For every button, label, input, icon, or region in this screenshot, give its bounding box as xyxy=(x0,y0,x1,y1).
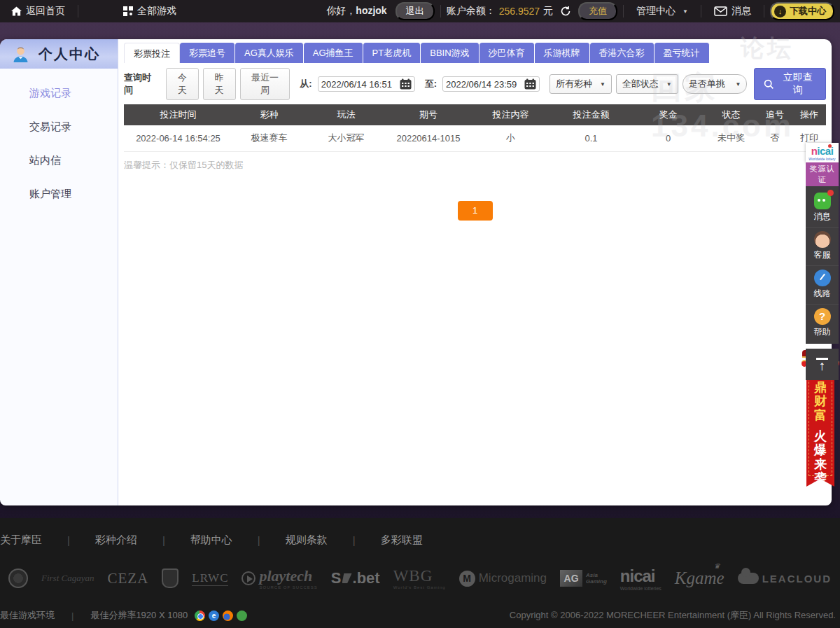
sidebar-item-transaction-records[interactable]: 交易记录 xyxy=(0,120,118,154)
playtech-logo: playtechSOURCE OF SUCCESS xyxy=(241,567,317,589)
home-link[interactable]: 返回首页 xyxy=(4,5,72,18)
home-label: 返回首页 xyxy=(26,5,65,18)
col-content: 投注内容 xyxy=(470,104,551,125)
last-week-button[interactable]: 最近一周 xyxy=(240,68,290,100)
logout-button[interactable]: 退出 xyxy=(396,2,435,20)
divider: | xyxy=(162,534,165,546)
messages-link[interactable]: 消息 xyxy=(707,5,758,18)
footer-link-help-center[interactable]: 帮助中心 xyxy=(190,533,232,547)
yesterday-button[interactable]: 昨天 xyxy=(203,68,236,100)
first-cagayan-logo: First Cagayan xyxy=(41,573,94,584)
greeting-text: 你好，hozjok xyxy=(326,5,386,18)
status-select[interactable]: 全部状态 ▼ xyxy=(616,74,678,94)
footer-link-alliance[interactable]: 多彩联盟 xyxy=(381,533,423,547)
cell-chase: 否 xyxy=(757,125,792,151)
quick-panel: 消息 客服 线路 ? 帮助 xyxy=(806,186,839,344)
seal-logo xyxy=(8,568,28,588)
sidebar: 个人中心 游戏记录 交易记录 站内信 账户管理 xyxy=(0,39,118,505)
chat-icon xyxy=(814,193,831,209)
query-bar: 查询时间 今天 昨天 最近一周 从: 至: 所有彩种 ▼ xyxy=(124,68,826,100)
record-tabs: 彩票投注 彩票追号 AG真人娱乐 AG捕鱼王 PT老虎机 BBIN游戏 沙巴体育… xyxy=(124,43,832,63)
footer-link-rules[interactable]: 规则条款 xyxy=(286,533,328,547)
to-date-input[interactable] xyxy=(446,79,522,90)
chevron-down-icon: ▼ xyxy=(735,81,741,88)
ie-icon: e xyxy=(209,610,219,621)
sidebar-item-site-mail[interactable]: 站内信 xyxy=(0,154,118,188)
resolution-text: 最佳分辨率1920 X 1080 xyxy=(90,609,188,622)
table-header-row: 投注时间 彩种 玩法 期号 投注内容 投注金额 奖金 状态 追号 操作 xyxy=(124,104,826,125)
chevron-down-icon: ▼ xyxy=(682,8,688,15)
topbar: 返回首页 全部游戏 你好，hozjok 退出 账户余额： 256.9527 元 … xyxy=(0,0,840,22)
sidebar-item-account-management[interactable]: 账户管理 xyxy=(0,188,118,221)
kgame-logo: ♛ Kgame xyxy=(675,568,724,588)
crown-icon: ♛ xyxy=(714,562,720,570)
page-1-button[interactable]: 1 xyxy=(458,201,493,221)
tab-leyou-chess[interactable]: 乐游棋牌 xyxy=(535,43,590,63)
single-pick-select[interactable]: 是否单挑 ▼ xyxy=(682,74,748,94)
cell-bet-time: 2022-06-14 16:54:25 xyxy=(124,125,232,151)
tab-lottery-bets[interactable]: 彩票投注 xyxy=(124,43,180,63)
col-action: 操作 xyxy=(792,104,826,125)
footer-link-about[interactable]: 关于摩臣 xyxy=(0,533,42,547)
calendar-icon[interactable] xyxy=(400,78,412,90)
cell-status: 未中奖 xyxy=(705,125,757,151)
from-label: 从: xyxy=(300,78,312,90)
all-games-link[interactable]: 全部游戏 xyxy=(116,5,183,18)
tab-saba-sports[interactable]: 沙巴体育 xyxy=(479,43,535,63)
admin-center-menu[interactable]: 管理中心 ▼ xyxy=(629,5,695,18)
admin-center-label: 管理中心 xyxy=(636,5,676,18)
tab-lottery-chase[interactable]: 彩票追号 xyxy=(180,43,235,63)
sidebar-item-game-records[interactable]: 游戏记录 xyxy=(0,87,118,120)
search-button[interactable]: 立即查询 xyxy=(754,68,826,100)
tab-pt-slots[interactable]: PT老虎机 xyxy=(363,43,421,63)
prize-certification-badge: 奖源认证 xyxy=(806,162,839,186)
messages-widget[interactable]: 消息 xyxy=(806,189,839,228)
cell-amount: 0.1 xyxy=(551,125,631,151)
home-icon xyxy=(11,6,22,16)
back-to-top-button[interactable]: ↑ xyxy=(806,349,839,380)
footer-link-lottery-intro[interactable]: 彩种介绍 xyxy=(95,533,137,547)
tab-profit-stats[interactable]: 盈亏统计 xyxy=(654,43,710,63)
widget-label: 客服 xyxy=(806,249,839,261)
download-center-button[interactable]: ↓ 下载中心 xyxy=(770,2,834,20)
calendar-icon[interactable] xyxy=(524,78,536,90)
best-env-text: 最佳游戏环境 xyxy=(0,609,55,622)
sbet-logo: S.bet xyxy=(331,569,380,587)
lines-widget[interactable]: 线路 xyxy=(806,266,839,305)
col-status: 状态 xyxy=(705,104,757,125)
recharge-button[interactable]: 充值 xyxy=(578,2,617,20)
today-button[interactable]: 今天 xyxy=(166,68,199,100)
partner-logos: First Cagayan CEZA LRWC playtechSOURCE O… xyxy=(0,558,840,599)
col-issue: 期号 xyxy=(386,104,470,125)
cell-prize: 0 xyxy=(631,125,705,151)
arrow-up-icon: ↑ xyxy=(819,360,826,372)
tab-ag-fishing[interactable]: AG捕鱼王 xyxy=(304,43,363,63)
footer-bottom: 最佳游戏环境 | 最佳分辨率1920 X 1080 e Copyright © … xyxy=(0,609,836,622)
divider xyxy=(764,5,764,18)
username: hozjok xyxy=(356,5,386,16)
lottery-type-select[interactable]: 所有彩种 ▼ xyxy=(550,74,612,94)
cloud-icon xyxy=(738,573,759,584)
tab-hk-lottery[interactable]: 香港六合彩 xyxy=(590,43,654,63)
customer-service-icon xyxy=(814,231,831,248)
retention-hint: 温馨提示：仅保留15天的数据 xyxy=(124,159,826,172)
refresh-icon[interactable] xyxy=(560,6,571,17)
query-time-label: 查询时间 xyxy=(124,71,159,97)
divider xyxy=(78,5,78,18)
nicai-footer-logo: nicai Worldwide lotteries xyxy=(620,566,662,591)
banner-line2: 火爆来袭 xyxy=(806,429,834,485)
tab-bbin-games[interactable]: BBIN游戏 xyxy=(421,43,479,63)
divider: | xyxy=(258,534,260,546)
sidebar-menu: 游戏记录 交易记录 站内信 账户管理 xyxy=(0,69,118,221)
help-widget[interactable]: ? 帮助 xyxy=(806,305,839,342)
tab-ag-live[interactable]: AG真人娱乐 xyxy=(235,43,304,63)
from-date-input[interactable] xyxy=(321,79,397,90)
pagination: 1 xyxy=(118,201,832,221)
balance-value: 256.9527 xyxy=(499,6,540,17)
content-area: 彩票投注 彩票追号 AG真人娱乐 AG捕鱼王 PT老虎机 BBIN游戏 沙巴体育… xyxy=(118,39,832,505)
divider xyxy=(440,5,441,18)
customer-service-widget[interactable]: 客服 xyxy=(806,228,839,266)
col-prize: 奖金 xyxy=(631,104,705,125)
microgaming-icon: M xyxy=(459,571,475,587)
col-chase: 追号 xyxy=(757,104,792,125)
